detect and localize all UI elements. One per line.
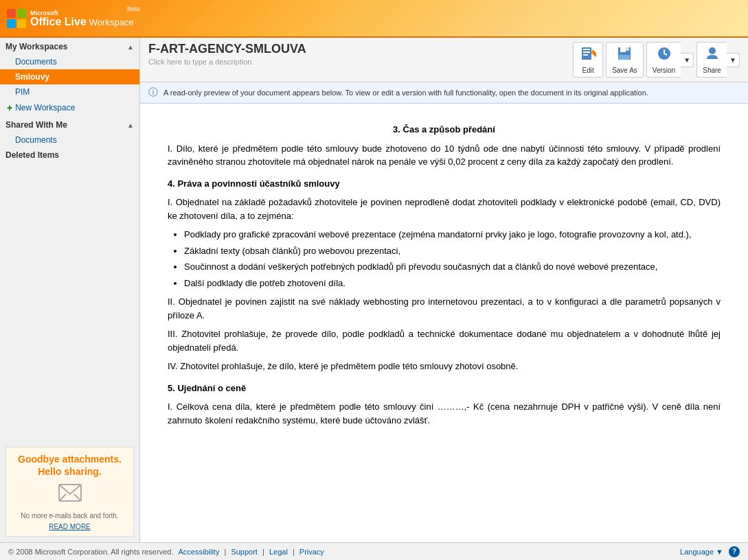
section5-title: 5. Ujednání o ceně: [168, 382, 721, 395]
document-area[interactable]: 3. Čas a způsob předání I. Dílo, které j…: [140, 104, 748, 542]
language-label: Language: [680, 548, 714, 556]
svg-line-1: [59, 494, 66, 501]
bullet-item-3: Součinnost a dodání veškerých potřebných…: [184, 260, 721, 274]
save-as-icon: [616, 45, 633, 65]
microsoft-squares-logo: [7, 9, 26, 28]
edit-svg: [580, 45, 596, 62]
sidebar-item-documents[interactable]: Documents: [0, 54, 139, 69]
version-arrow-icon: ▼: [683, 56, 690, 64]
svg-line-2: [74, 494, 81, 501]
section4-list: Podklady pro grafické zpracování webové …: [184, 228, 721, 290]
svg-point-13: [709, 47, 716, 54]
edit-label: Edit: [582, 67, 594, 74]
sidebar-item-pim[interactable]: PIM: [0, 84, 139, 100]
info-bar: ⓘ A read-only preview of your document a…: [140, 82, 748, 104]
edit-button[interactable]: Edit: [573, 42, 603, 78]
section4-para4: IV. Zhotovitel prohlašuje, že dílo, kter…: [168, 360, 721, 373]
logo-sq-blue: [7, 19, 16, 28]
language-button[interactable]: Language ▼: [680, 548, 723, 556]
section4-para2: II. Objednatel je povinen zajistit na sv…: [168, 295, 721, 322]
svg-rect-5: [583, 51, 590, 53]
officelive-label: Office Live: [30, 16, 87, 27]
my-workspaces-label: My Workspaces: [5, 42, 68, 51]
share-dropdown-arrow[interactable]: ▼: [727, 53, 740, 67]
svg-rect-10: [619, 55, 630, 60]
sidebar-item-shared-documents[interactable]: Documents: [0, 132, 139, 148]
microsoft-label: Microsoft: [30, 10, 134, 16]
logo-text: Microsoft Office Live Workspace: [30, 10, 134, 27]
logo-sq-green: [17, 9, 26, 18]
doc-description: Click here to type a description.: [148, 58, 306, 66]
new-workspace-item[interactable]: + New Workspace: [0, 100, 139, 116]
logo-sq-red: [7, 9, 16, 18]
ad-read-more-link[interactable]: READ MORE: [49, 523, 91, 530]
section4-para3: III. Zhotovitel prohlašuje, že provede d…: [168, 327, 721, 354]
section4-para1: I. Objednatel na základě požadavků zhoto…: [168, 196, 721, 222]
toolbar-buttons: Edit Save As: [573, 42, 740, 78]
logo-area: Microsoft Office Live Workspace: [7, 9, 134, 28]
document-toolbar: F-ART-AGENCY-SMLOUVA Click here to type …: [140, 38, 748, 82]
sidebar-top: My Workspaces ▲ Documents Smlouvy PIM + …: [0, 38, 139, 163]
version-svg: [656, 45, 672, 62]
share-label: Share: [703, 67, 721, 74]
ad-graphic-icon: [56, 480, 84, 505]
section4-title: 4. Práva a povinnosti účastníků smlouvy: [168, 177, 721, 191]
svg-rect-9: [620, 47, 626, 52]
footer-right: Language ▼ ?: [680, 546, 740, 557]
version-dropdown-arrow[interactable]: ▼: [681, 53, 694, 67]
version-button-group: Version ▼: [646, 42, 694, 78]
save-as-button[interactable]: Save As: [606, 42, 644, 78]
share-icon: [704, 45, 721, 65]
privacy-link[interactable]: Privacy: [299, 548, 324, 556]
collapse-shared-icon[interactable]: ▲: [127, 121, 134, 129]
shared-with-me-header: Shared With Me ▲: [0, 116, 139, 132]
version-button[interactable]: Version: [646, 42, 681, 78]
share-button-group: Share ▼: [696, 42, 740, 78]
beta-badge: Beta: [127, 5, 140, 12]
save-as-label: Save As: [612, 67, 637, 74]
my-workspaces-header: My Workspaces ▲: [0, 38, 139, 54]
share-arrow-icon: ▼: [729, 56, 736, 64]
ad-banner: Goodbye attachments. Hello sharing. No m…: [5, 447, 134, 537]
document-wrapper: 3. Čas a způsob předání I. Dílo, které j…: [168, 123, 721, 427]
doc-info: F-ART-AGENCY-SMLOUVA Click here to type …: [148, 42, 306, 66]
svg-rect-4: [583, 49, 590, 50]
ad-icon: [12, 480, 128, 509]
doc-title: F-ART-AGENCY-SMLOUVA: [148, 42, 306, 56]
shared-with-me-label: Shared With Me: [5, 120, 67, 130]
collapse-my-workspaces-icon[interactable]: ▲: [127, 43, 134, 51]
bullet-item-2: Základní texty (obsah článků) pro webovo…: [184, 244, 721, 258]
version-label: Version: [653, 67, 675, 74]
sidebar-item-smlouvy[interactable]: Smlouvy: [0, 69, 139, 84]
edit-icon: [580, 45, 596, 65]
share-button[interactable]: Share: [696, 42, 727, 78]
help-button[interactable]: ?: [729, 546, 740, 557]
svg-rect-6: [583, 54, 588, 56]
ad-title: Goodbye attachments. Hello sharing.: [12, 453, 128, 478]
deleted-items-label: Deleted Items: [5, 150, 59, 160]
logo-sq-yellow: [17, 19, 26, 28]
accessibility-link[interactable]: Accessibility: [179, 548, 220, 556]
support-link[interactable]: Support: [231, 548, 258, 556]
main-content: F-ART-AGENCY-SMLOUVA Click here to type …: [140, 38, 748, 542]
info-icon: ⓘ: [148, 86, 158, 99]
save-as-svg: [616, 45, 633, 62]
footer-links: © 2008 Microsoft Corporation. All rights…: [8, 548, 327, 556]
legal-link[interactable]: Legal: [269, 548, 288, 556]
app-footer: © 2008 Microsoft Corporation. All rights…: [0, 542, 748, 560]
bullet-item-4: Další podklady dle potřeb zhotovení díla…: [184, 277, 721, 290]
help-icon-label: ?: [732, 548, 736, 555]
copyright-text: © 2008 Microsoft Corporation. All rights…: [8, 548, 173, 556]
workspace-label: Workspace: [89, 17, 134, 27]
sidebar-deleted-items[interactable]: Deleted Items: [0, 148, 139, 163]
app-header: Microsoft Office Live Workspace Beta: [0, 0, 748, 38]
bullet-item-1: Podklady pro grafické zpracování webové …: [184, 228, 721, 242]
version-icon: [656, 45, 672, 65]
svg-rect-11: [626, 47, 629, 51]
ad-sub-text: No more e-mails back and forth.: [12, 512, 128, 520]
sidebar: My Workspaces ▲ Documents Smlouvy PIM + …: [0, 38, 140, 542]
section3-para1: I. Dílo, které je předmětem podle této s…: [168, 142, 721, 169]
svg-rect-7: [591, 49, 596, 57]
share-svg: [704, 45, 721, 62]
section5-para1: I. Celková cena díla, které je předmětem…: [168, 400, 721, 427]
